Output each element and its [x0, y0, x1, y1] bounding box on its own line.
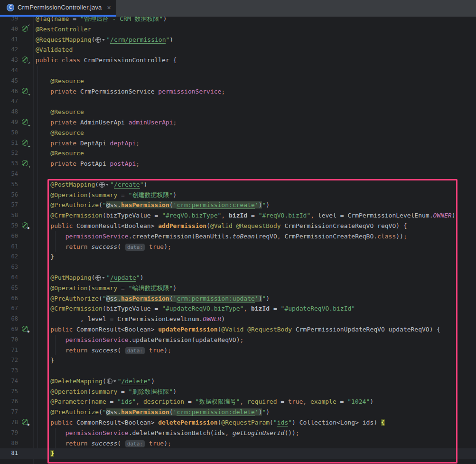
code-line[interactable]: 44 [0, 66, 476, 76]
line-number[interactable]: 60 [0, 231, 18, 242]
line-number[interactable]: 76 [0, 397, 18, 407]
bean-api-gutter-icon[interactable]: ● [22, 222, 28, 228]
code-line[interactable]: 48 @Resource [0, 107, 476, 117]
line-number[interactable]: 69 [0, 324, 18, 335]
code-line[interactable]: 75 @Operation(summary = "删除数据权限") [0, 387, 476, 397]
code-line[interactable]: 57 @PreAuthorize("@ss.hasPermission('crm… [0, 200, 476, 210]
code-line[interactable]: 76 @Parameter(name = "ids", description … [0, 397, 476, 407]
code-line[interactable]: 60 permissionService.createPermission(Be… [0, 231, 476, 242]
code-line[interactable]: 54 [0, 169, 476, 180]
code-line[interactable]: 51➔ private DeptApi deptApi; [0, 138, 476, 149]
line-number[interactable]: 40 [0, 24, 18, 35]
code-line[interactable]: 58 @CrmPermission(bizTypeValue = "#reqVO… [0, 210, 476, 221]
line-number[interactable]: 70 [0, 335, 18, 345]
code-line[interactable]: 49➔ private AdminUserApi adminUserApi; [0, 117, 476, 128]
bean-check-gutter-icon[interactable]: ✓ [22, 26, 28, 32]
line-number[interactable]: 44 [0, 66, 18, 76]
line-number[interactable]: 56 [0, 190, 18, 200]
bean-api-gutter-icon[interactable]: ● [22, 326, 28, 332]
code-line[interactable]: 40✓@RestController [0, 24, 476, 35]
line-number[interactable]: 63 [0, 262, 18, 273]
code-line[interactable]: 52 @Resource [0, 148, 476, 159]
line-number[interactable]: 54 [0, 169, 18, 180]
code-line[interactable]: 43◿public class CrmPermissionController … [0, 55, 476, 66]
bean-wire-gutter-icon[interactable]: ➔ [22, 160, 28, 166]
line-number[interactable]: 46 [0, 86, 18, 97]
code-line[interactable]: 66 @PreAuthorize("@ss.hasPermission('crm… [0, 294, 476, 304]
line-number[interactable]: 65 [0, 283, 18, 294]
line-number[interactable]: 50 [0, 128, 18, 138]
line-number[interactable]: 57 [0, 200, 18, 210]
line-number[interactable]: 62 [0, 252, 18, 262]
code-line[interactable]: 79 permissionService.deletePermissionBat… [0, 428, 476, 438]
code-line[interactable]: 71 return success( data: true); [0, 345, 476, 356]
line-number[interactable]: 78 [0, 417, 18, 428]
code-line[interactable]: 73 [0, 366, 476, 376]
code-line[interactable]: 46➔ private CrmPermissionService permiss… [0, 86, 476, 97]
code-line[interactable]: 74 @DeleteMapping("/delete") [0, 376, 476, 387]
line-number[interactable]: 43 [0, 55, 18, 66]
code-line[interactable]: 41@RequestMapping("/crm/permission") [0, 35, 476, 45]
line-number[interactable]: 55 [0, 180, 18, 190]
line-number[interactable]: 80 [0, 438, 18, 449]
code-line[interactable]: 77 @PreAuthorize("@ss.hasPermission('crm… [0, 407, 476, 417]
line-number[interactable]: 68 [0, 314, 18, 324]
code-editor[interactable]: 39@Tag(name = "管理后台 - CRM 数据权限")40✓@Rest… [0, 0, 476, 464]
code-line[interactable]: 45 @Resource [0, 76, 476, 86]
bean-api-gutter-icon[interactable]: ● [22, 419, 28, 425]
line-number[interactable]: 61 [0, 242, 18, 252]
line-number[interactable]: 42 [0, 45, 18, 55]
line-number[interactable]: 51 [0, 138, 18, 149]
code-line[interactable]: 67 @CrmPermission(bizTypeValue = "#updat… [0, 303, 476, 314]
code-line[interactable]: 55 @PostMapping("/create") [0, 180, 476, 190]
line-number[interactable]: 67 [0, 303, 18, 314]
line-number[interactable]: 74 [0, 376, 18, 387]
url-globe-icon[interactable] [95, 37, 101, 43]
tab-crmpermissioncontroller[interactable]: C CrmPermissionController.java × [0, 0, 116, 17]
code-line[interactable]: 62 } [0, 252, 476, 262]
code-line[interactable]: 70 permissionService.updatePermission(up… [0, 335, 476, 345]
line-number[interactable]: 79 [0, 428, 18, 438]
bean-wire-gutter-icon[interactable]: ➔ [22, 140, 28, 146]
line-number[interactable]: 41 [0, 35, 18, 45]
line-number[interactable]: 64 [0, 273, 18, 283]
url-globe-icon[interactable] [95, 275, 101, 281]
bean-wire-gutter-icon[interactable]: ➔ [22, 88, 28, 94]
line-number[interactable]: 75 [0, 387, 18, 397]
bean-nav-gutter-icon[interactable]: ◿ [22, 57, 28, 63]
line-number[interactable]: 72 [0, 355, 18, 366]
line-number[interactable]: 73 [0, 366, 18, 376]
code-line[interactable]: 81 } [0, 448, 476, 459]
code-line[interactable]: 53➔ private PostApi postApi; [0, 159, 476, 169]
line-number[interactable]: 77 [0, 407, 18, 417]
line-number[interactable]: 59 [0, 221, 18, 231]
line-number[interactable]: 66 [0, 294, 18, 304]
close-tab-icon[interactable]: × [107, 4, 111, 11]
line-number[interactable]: 81 [0, 448, 18, 459]
code-line[interactable]: 80 return success( data: true); [0, 438, 476, 449]
line-number[interactable]: 49 [0, 117, 18, 128]
line-number[interactable]: 45 [0, 76, 18, 86]
line-number[interactable]: 52 [0, 148, 18, 159]
code-line[interactable]: 50 @Resource [0, 128, 476, 138]
line-number[interactable]: 48 [0, 107, 18, 117]
code-line[interactable]: 68 , level = CrmPermissionLevelEnum.OWNE… [0, 314, 476, 324]
code-line[interactable]: 47 [0, 96, 476, 107]
line-number[interactable]: 53 [0, 159, 18, 169]
code-line[interactable]: 42@Validated [0, 45, 476, 55]
code-line[interactable]: 64 @PutMapping("/update") [0, 273, 476, 283]
line-number[interactable]: 71 [0, 345, 18, 356]
code-line[interactable]: 78● public CommonResult<Boolean> deleteP… [0, 417, 476, 428]
bean-wire-gutter-icon[interactable]: ➔ [22, 119, 28, 125]
code-line[interactable]: 59● public CommonResult<Boolean> addPerm… [0, 221, 476, 231]
code-line[interactable]: 72 } [0, 355, 476, 366]
code-line[interactable]: 69● public CommonResult<Boolean> updateP… [0, 324, 476, 335]
code-line[interactable]: 61 return success( data: true); [0, 242, 476, 252]
code-line[interactable]: 65 @Operation(summary = "编辑数据权限") [0, 283, 476, 294]
code-line[interactable]: 63 [0, 262, 476, 273]
url-globe-icon[interactable] [107, 379, 112, 384]
url-globe-icon[interactable] [99, 182, 105, 188]
line-number[interactable]: 47 [0, 96, 18, 107]
line-number[interactable]: 58 [0, 210, 18, 221]
code-line[interactable]: 56 @Operation(summary = "创建数据权限") [0, 190, 476, 200]
